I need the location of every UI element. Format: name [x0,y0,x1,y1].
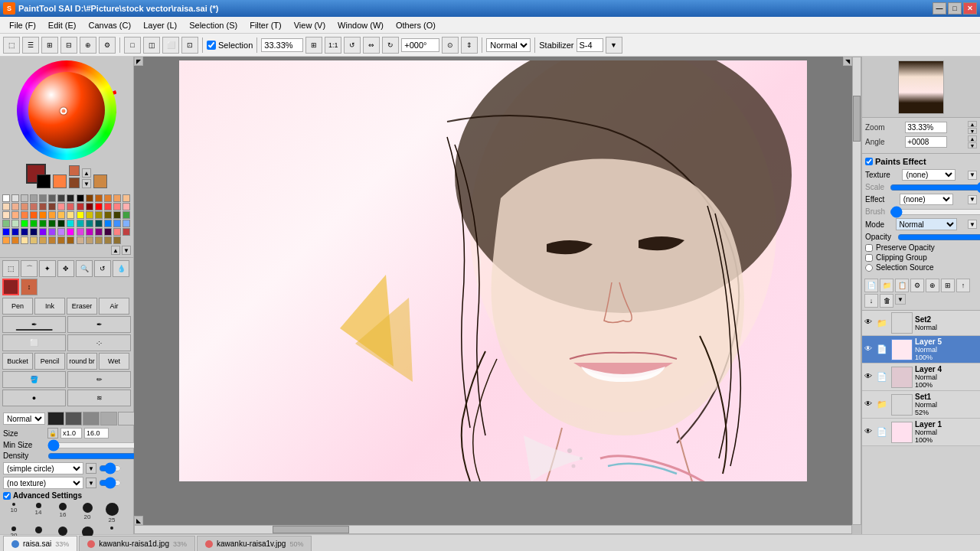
brush-mode-select[interactable]: Normal [3,412,45,425]
palette-cell-58[interactable] [21,228,28,236]
palette-cell-81[interactable] [104,236,112,244]
layer-merge-btn[interactable]: ⊞ [941,279,955,292]
opacity-slider[interactable] [897,234,980,240]
palette-cell-68[interactable] [113,228,121,236]
menu-canvas[interactable]: Canvas (C) [83,19,138,31]
palette-cell-3[interactable] [30,194,38,202]
layer-item-layer1[interactable]: 👁 📄 Layer 1 Normal 100% [862,419,980,446]
texture-btn[interactable]: ▼ [86,478,96,488]
toolbar-btn-10[interactable]: ⊡ [181,37,198,54]
palette-cell-2[interactable] [21,194,28,202]
layer-item-layer5[interactable]: 👁 📄 Layer 5 Normal 100% [862,336,980,364]
palette-cell-57[interactable] [11,228,19,236]
palette-cell-67[interactable] [104,228,112,236]
palette-cell-72[interactable] [21,236,28,244]
palette-cell-18[interactable] [39,203,47,210]
brush-size-item[interactable]: 14 [28,503,49,523]
size-value[interactable] [84,428,109,439]
palette-cell-29[interactable] [11,211,19,219]
palette-cell-65[interactable] [86,228,93,236]
vertical-scrollbar[interactable] [852,57,861,525]
palette-cell-77[interactable] [67,236,74,244]
shape-slider[interactable] [99,465,122,471]
rotation-input[interactable] [401,38,439,52]
scale-slider[interactable] [890,184,980,191]
palette-cell-80[interactable] [95,236,103,244]
palette-cell-31[interactable] [30,211,38,219]
zoom-tool[interactable]: 🔍 [76,260,93,277]
palette-cell-20[interactable] [57,203,65,210]
layer-eye-layer5[interactable]: 👁 [864,344,875,355]
select-rect-tool[interactable]: ⬚ [2,260,19,277]
zoom-input[interactable] [261,38,303,52]
brush-icon-2[interactable] [65,412,82,425]
menu-edit[interactable]: Edit (E) [42,19,83,31]
brush-icon-4[interactable] [100,412,117,425]
wet-preview[interactable]: ≋ [67,390,131,406]
select-magic-tool[interactable]: ✦ [39,260,56,277]
zoom-up[interactable]: ▲ [968,121,977,127]
palette-cell-35[interactable] [67,211,74,219]
eyedropper-tool[interactable]: 💧 [113,260,129,277]
palette-cell-25[interactable] [104,203,112,210]
palette-cell-30[interactable] [21,211,28,219]
ink-preview[interactable]: ✒ [67,316,131,333]
tab-raisa1v[interactable]: kawanku-raisa1v.jpg 50% [197,536,312,551]
layer-up-btn[interactable]: ↑ [956,279,970,292]
palette-cell-27[interactable] [122,203,130,210]
clipping-group-check[interactable] [865,254,873,262]
rotate-tool[interactable]: ↺ [94,260,111,277]
palette-cell-17[interactable] [30,203,38,210]
palette-cell-8[interactable] [77,194,84,202]
round-tool-btn[interactable]: round br [67,353,97,370]
layer-down-btn[interactable]: ↓ [864,294,878,308]
angle-up[interactable]: ▲ [968,135,977,142]
palette-cell-34[interactable] [57,211,65,219]
paints-effect-toggle[interactable] [865,158,873,165]
palette-cell-49[interactable] [67,220,74,227]
layers-panel[interactable]: 👁 📁 Set2 Normal 👁 📄 Layer 5 Normal 100% [862,311,980,534]
rotate-left-btn[interactable]: ↺ [344,37,361,54]
palette-cell-23[interactable] [86,203,93,210]
palette-cell-60[interactable] [39,228,47,236]
selection-source-radio[interactable] [865,264,873,272]
canvas-area[interactable]: ◤ ◥ ◣ [134,57,861,534]
bucket-preview[interactable]: 🪣 [2,371,66,388]
round-preview[interactable]: ● [2,390,66,406]
palette-cell-38[interactable] [95,211,103,219]
palette-cell-61[interactable] [48,228,56,236]
ink-tool-btn[interactable]: Ink [34,298,65,315]
layer-eye-set1[interactable]: 👁 [864,399,875,410]
toolbar-btn-7[interactable]: □ [124,37,141,54]
mode-btn[interactable]: ▼ [968,220,977,229]
effect-btn[interactable]: ▼ [968,195,977,204]
air-preview[interactable]: ·:· [67,334,131,351]
palette-cell-48[interactable] [57,220,65,227]
palette-cell-41[interactable] [122,211,130,219]
minimize-button[interactable]: — [933,2,946,15]
palette-cell-9[interactable] [86,194,93,202]
palette-cell-40[interactable] [113,211,121,219]
size-multiplier[interactable] [60,428,82,439]
palette-cell-14[interactable] [2,203,10,210]
swatch-orange[interactable] [53,174,67,188]
brush-icon-3[interactable] [83,412,100,425]
toolbar-btn-9[interactable]: ⬜ [162,37,179,54]
palette-cell-37[interactable] [86,211,93,219]
color-indicator[interactable] [2,279,19,295]
effect-select[interactable]: (none) [900,194,953,205]
density-slider[interactable] [47,453,146,459]
toolbar-btn-8[interactable]: ◫ [143,37,160,54]
fg-color-swatch[interactable] [26,164,51,188]
rotate-right-btn[interactable]: ↻ [382,37,399,54]
preview-thumbnail[interactable] [898,60,944,114]
rotation-flip-btn[interactable]: ⇕ [461,37,478,54]
palette-cell-54[interactable] [113,220,121,227]
zoom-down[interactable]: ▼ [968,128,977,134]
palette-cell-44[interactable] [21,220,28,227]
palette-cell-69[interactable] [122,228,130,236]
new-group-btn[interactable]: 📁 [880,279,893,292]
brush-size-item[interactable]: 25 [101,503,122,523]
brush-slider[interactable] [890,209,980,215]
palette-cell-71[interactable] [11,236,19,244]
